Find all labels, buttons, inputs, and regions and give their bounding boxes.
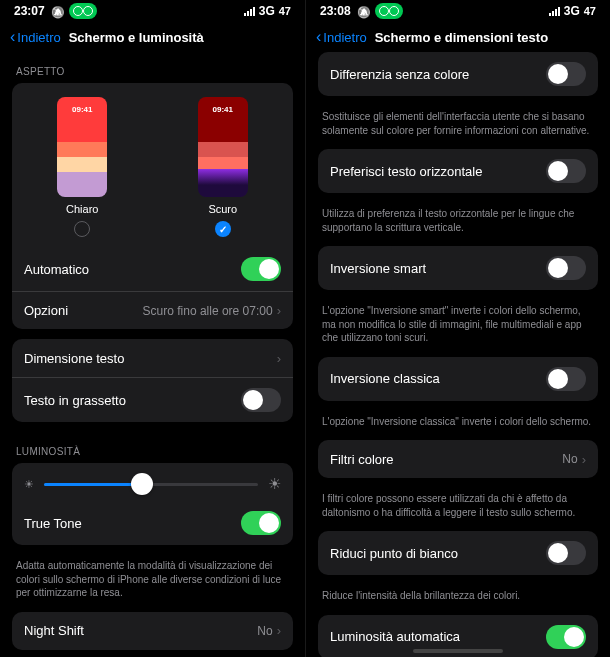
page-title: Schermo e dimensioni testo [375,30,548,45]
row-options[interactable]: Opzioni Scuro fino alle ore 07:00› [12,291,293,329]
back-label: Indietro [17,30,60,45]
setting-desc: I filtri colore possono essere utilizzat… [318,488,598,531]
setting-toggle[interactable] [546,367,586,391]
setting-label: Preferisci testo orizzontale [330,164,482,179]
chevron-right-icon: › [277,303,281,318]
activity-icon [69,3,97,19]
row-true-tone: True Tone [12,501,293,545]
text-size-label: Dimensione testo [24,351,124,366]
phone-right: 23:08 3G 47 ‹ Indietro Schermo e dimensi… [305,0,610,657]
chevron-left-icon: ‹ [10,29,15,45]
setting-label: Luminosità automatica [330,629,460,644]
back-label: Indietro [323,30,366,45]
true-tone-desc: Adatta automaticamente la modalità di vi… [12,555,293,612]
setting-card: Filtri coloreNo› [318,440,598,478]
phone-left: 23:07 3G 47 ‹ Indietro Schermo e luminos… [0,0,305,657]
back-button[interactable]: ‹ Indietro [316,29,367,45]
setting-card: Riduci punto di bianco [318,531,598,575]
night-shift-card: Night Shift No› [12,612,293,650]
true-tone-label: True Tone [24,516,82,531]
sun-small-icon: ☀ [24,478,34,491]
setting-row: Inversione classica [318,357,598,401]
chevron-left-icon: ‹ [316,29,321,45]
theme-dark-radio[interactable] [215,221,231,237]
bold-text-label: Testo in grassetto [24,393,126,408]
signal-icon [549,7,560,16]
setting-card: Inversione classica [318,357,598,401]
brightness-slider[interactable] [44,483,258,486]
status-time: 23:08 [320,4,351,18]
back-button[interactable]: ‹ Indietro [10,29,61,45]
setting-row: Preferisci testo orizzontale [318,149,598,193]
night-shift-value: No [257,624,272,638]
row-text-size[interactable]: Dimensione testo › [12,339,293,377]
setting-desc: Sostituisce gli elementi dell'interfacci… [318,106,598,149]
row-night-shift[interactable]: Night Shift No› [12,612,293,650]
setting-toggle[interactable] [546,62,586,86]
setting-desc: L'opzione "Inversione smart" inverte i c… [318,300,598,357]
setting-card: Preferisci testo orizzontale [318,149,598,193]
theme-light-radio[interactable] [74,221,90,237]
options-label: Opzioni [24,303,68,318]
setting-card: Differenzia senza colore [318,52,598,96]
battery-icon: 47 [584,5,596,17]
setting-value: No [562,452,577,466]
setting-label: Filtri colore [330,452,394,467]
true-tone-toggle[interactable] [241,511,281,535]
section-header-brightness: LUMINOSITÀ [12,432,293,463]
silent-icon [51,5,63,17]
row-bold-text: Testo in grassetto [12,377,293,422]
signal-icon [244,7,255,16]
setting-toggle[interactable] [546,541,586,565]
home-indicator[interactable] [413,649,503,653]
sun-large-icon: ☀ [268,475,281,493]
text-card: Dimensione testo › Testo in grassetto [12,339,293,422]
setting-row[interactable]: Filtri coloreNo› [318,440,598,478]
theme-dark-label: Scuro [208,203,237,215]
theme-dark[interactable]: 09:41 Scuro [198,97,248,237]
brightness-slider-row: ☀ ☀ [12,463,293,501]
setting-label: Inversione smart [330,261,426,276]
slider-thumb[interactable] [131,473,153,495]
bold-text-toggle[interactable] [241,388,281,412]
setting-toggle[interactable] [546,625,586,649]
battery-icon: 47 [279,5,291,17]
status-bar: 23:07 3G 47 [0,0,305,22]
network-label: 3G [564,4,580,18]
setting-toggle[interactable] [546,256,586,280]
network-label: 3G [259,4,275,18]
setting-toggle[interactable] [546,159,586,183]
setting-row: Riduci punto di bianco [318,531,598,575]
nav-bar: ‹ Indietro Schermo e luminosità [0,22,305,52]
appearance-card: 09:41 Chiaro 09:41 Scuro Automatico Opzi… [12,83,293,329]
chevron-right-icon: › [582,452,586,467]
activity-icon [375,3,403,19]
content: ASPETTO 09:41 Chiaro 09:41 Scuro [0,52,305,657]
options-value: Scuro fino alle ore 07:00 [143,304,273,318]
theme-light[interactable]: 09:41 Chiaro [57,97,107,237]
status-time: 23:07 [14,4,45,18]
page-title: Schermo e luminosità [69,30,204,45]
theme-light-label: Chiaro [66,203,98,215]
chevron-right-icon: › [277,351,281,366]
automatic-label: Automatico [24,262,89,277]
automatic-toggle[interactable] [241,257,281,281]
setting-desc: L'opzione "Inversione classica" inverte … [318,411,598,441]
setting-row: Differenzia senza colore [318,52,598,96]
setting-label: Riduci punto di bianco [330,546,458,561]
night-shift-label: Night Shift [24,623,84,638]
theme-light-thumb: 09:41 [57,97,107,197]
brightness-card: ☀ ☀ True Tone [12,463,293,545]
chevron-right-icon: › [277,623,281,638]
setting-label: Differenzia senza colore [330,67,469,82]
setting-row: Inversione smart [318,246,598,290]
section-header-aspect: ASPETTO [12,52,293,83]
silent-icon [357,5,369,17]
setting-desc: Riduce l'intensità della brillantezza de… [318,585,598,615]
setting-desc: Utilizza di preferenza il testo orizzont… [318,203,598,246]
setting-card: Inversione smart [318,246,598,290]
setting-label: Inversione classica [330,371,440,386]
row-automatic: Automatico [12,247,293,291]
status-bar: 23:08 3G 47 [306,0,610,22]
nav-bar: ‹ Indietro Schermo e dimensioni testo [306,22,610,52]
